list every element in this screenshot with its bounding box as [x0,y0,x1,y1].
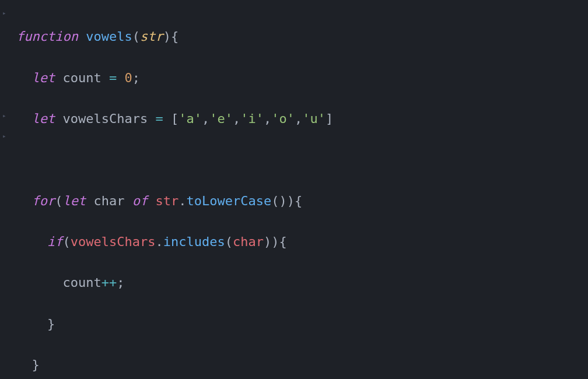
fold-marker[interactable]: ▸ [2,131,6,142]
keyword-if: if [47,234,63,249]
paren-close: ) [163,29,171,44]
dot: . [155,234,163,249]
keyword-of: of [132,194,148,208]
code-line: let vowelsChars = ['a','e','i','o','u'] [16,108,588,129]
bracket-open: [ [171,111,178,126]
paren-close: ) [271,234,279,249]
paren-open: ( [225,234,233,249]
num-zero: 0 [124,71,132,85]
fold-marker[interactable]: ▸ [2,111,6,121]
string-e: 'e' [209,111,233,126]
comma: , [295,111,302,126]
string-u: 'u' [302,111,326,126]
dot: . [178,194,186,208]
code-line-blank [16,149,588,170]
semicolon: ; [117,275,124,290]
semicolon: ; [132,71,140,85]
ident-char: char [233,234,264,249]
fold-gutter: ▸ ▸ ▸ [0,0,12,379]
op-eq: = [155,111,163,126]
var-count: count [63,71,102,85]
code-line: let count = 0; [16,68,588,88]
method-toLowerCase: toLowerCase [186,194,271,208]
brace-open: { [279,234,286,249]
op-eq: = [109,71,117,85]
var-vowelsChars: vowelsChars [63,111,148,126]
op-inc: ++ [102,275,117,290]
brace-close: } [47,317,55,331]
ident-vowelsChars: vowelsChars [71,234,156,249]
code-line: function vowels(str){ [16,26,588,47]
comma: , [264,111,271,126]
string-i: 'i' [240,111,264,126]
param-str: str [140,29,163,44]
code-line: for(let char of str.toLowerCase()){ [16,191,588,211]
code-line: } [16,314,588,334]
fold-marker[interactable]: ▸ [2,8,6,19]
keyword-let: let [32,111,55,126]
paren-open: ( [271,194,279,208]
var-char: char [94,194,125,208]
bracket-close: ] [326,111,333,126]
ident-str: str [155,194,178,208]
comma: , [202,111,209,126]
paren-close: ) [264,234,271,249]
ident-count: count [62,275,101,290]
method-includes: includes [163,234,225,249]
code-editor[interactable]: function vowels(str){ let count = 0; let… [0,6,588,379]
paren-close: ) [279,194,286,208]
keyword-function: function [16,29,78,44]
code-line: count++; [16,272,588,293]
keyword-for: for [32,194,55,208]
paren-open: ( [55,194,62,208]
paren-open: ( [62,234,70,249]
function-name: vowels [86,29,132,44]
brace-close: } [32,357,40,372]
paren-open: ( [132,29,140,44]
keyword-let: let [32,71,55,85]
string-o: 'o' [271,111,295,126]
comma: , [233,111,240,126]
code-line: if(vowelsChars.includes(char)){ [16,231,588,252]
code-line: } [16,355,588,375]
paren-close: ) [287,194,295,208]
brace-open: { [171,29,178,44]
brace-open: { [295,194,302,208]
string-a: 'a' [178,111,202,126]
keyword-let: let [63,194,86,208]
